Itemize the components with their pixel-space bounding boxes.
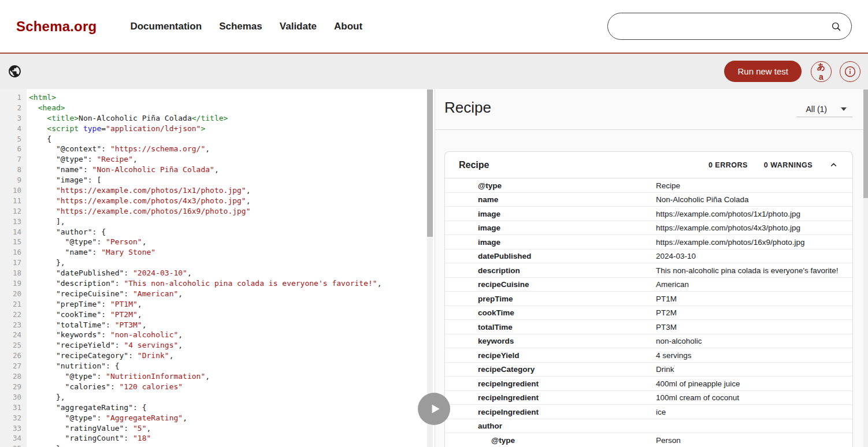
property-name: datePublished — [478, 252, 531, 260]
code-line[interactable]: 29 "calories": "120 calories" — [0, 382, 382, 392]
property-value: American — [656, 280, 689, 289]
code-line[interactable]: 35 } — [0, 444, 382, 447]
translate-button[interactable]: あa — [811, 61, 832, 82]
code-text: "description": "This non-alcoholic pina … — [21, 278, 382, 289]
code-line[interactable]: 23 "totalTime": "PT3M", — [0, 320, 382, 330]
code-line[interactable]: 8 "name": "Non-Alcoholic Piña Colada", — [0, 165, 382, 175]
code-line[interactable]: 4 <script type="application/ld+json"> — [0, 124, 382, 134]
code-line[interactable]: 3 <title>Non-Alcoholic Piña Colada</titl… — [0, 113, 382, 124]
code-line[interactable]: 20 "recipeCuisine": "American", — [0, 289, 382, 299]
results-title: Recipe — [444, 99, 491, 117]
property-row[interactable]: recipeIngredientice — [445, 405, 852, 419]
code-line[interactable]: 27 "nutrition": { — [0, 361, 382, 371]
code-line[interactable]: 28 "@type": "NutritionInformation", — [0, 371, 382, 382]
code-text: "@type": "NutritionInformation", — [21, 371, 210, 382]
property-row[interactable]: nameNon-Alcoholic Piña Colada — [445, 193, 852, 207]
property-name: name — [478, 195, 498, 204]
property-row[interactable]: datePublished2024-03-10 — [445, 249, 852, 264]
nav-item-documentation[interactable]: Documentation — [130, 21, 202, 32]
editor-scrollbar-thumb[interactable] — [427, 90, 433, 237]
results-scrollbar[interactable] — [863, 89, 868, 447]
property-value: Non-Alcoholic Piña Colada — [656, 195, 749, 204]
code-line[interactable]: 15 "@type": "Person", — [0, 237, 382, 247]
info-button[interactable] — [840, 61, 860, 82]
property-name: @type — [491, 435, 515, 444]
code-line[interactable]: 21 "prepTime": "PT1M", — [0, 299, 382, 310]
search-input[interactable] — [608, 13, 830, 39]
property-row[interactable]: @typeRecipe — [445, 178, 852, 193]
property-row[interactable]: author — [445, 419, 852, 434]
property-name: @type — [478, 181, 502, 189]
code-line[interactable]: 33 "ratingValue": "5", — [0, 423, 382, 434]
code-line[interactable]: 34 "ratingCount": "18" — [0, 433, 382, 444]
search-icon[interactable] — [830, 21, 842, 32]
property-row[interactable]: imagehttps://example.com/photos/1x1/phot… — [445, 207, 852, 221]
code-line[interactable]: 13 ], — [0, 217, 382, 227]
code-line[interactable]: 10 "https://example.com/photos/1x1/photo… — [0, 185, 382, 196]
property-row[interactable]: totalTimePT3M — [445, 320, 852, 334]
code-line[interactable]: 25 "recipeYield": "4 servings", — [0, 340, 382, 351]
nav-item-about[interactable]: About — [334, 21, 362, 32]
property-row[interactable]: descriptionThis non-alcoholic pina colad… — [445, 263, 852, 278]
property-name: image — [478, 224, 500, 232]
property-row[interactable]: recipeCategoryDrink — [445, 363, 852, 377]
code-line[interactable]: 16 "name": "Mary Stone" — [0, 247, 382, 258]
property-row[interactable]: recipeYield4 servings — [445, 348, 852, 363]
results-pane: Recipe All (1) Recipe 0 ERRORS 0 WARNING… — [435, 89, 868, 447]
code-line[interactable]: 18 "datePublished": "2024-03-10", — [0, 268, 382, 278]
property-row[interactable]: @typePerson — [445, 433, 852, 447]
code-text: "https://example.com/photos/4x3/photo.jp… — [21, 196, 251, 206]
code-line[interactable]: 1<html> — [0, 92, 382, 103]
code-line[interactable]: 9 "image": [ — [0, 175, 382, 185]
nav-item-schemas[interactable]: Schemas — [219, 21, 262, 32]
run-new-test-button[interactable]: Run new test — [724, 61, 802, 82]
property-name: recipeIngredient — [478, 379, 539, 388]
code-line[interactable]: 26 "recipeCategory": "Drink", — [0, 351, 382, 361]
code-text: "datePublished": "2024-03-10", — [21, 268, 192, 278]
property-row[interactable]: prepTimePT1M — [445, 292, 852, 306]
property-value: PT2M — [656, 308, 677, 317]
code-line[interactable]: 14 "author": { — [0, 227, 382, 237]
line-number: 9 — [0, 175, 21, 185]
line-number: 1 — [0, 92, 21, 103]
code-line[interactable]: 12 "https://example.com/photos/16x9/phot… — [0, 206, 382, 217]
property-row[interactable]: cookTimePT2M — [445, 306, 852, 321]
play-button[interactable] — [418, 393, 450, 425]
code-line[interactable]: 32 "@type": "AggregateRating", — [0, 413, 382, 423]
property-row[interactable]: recipeIngredient400ml of pineapple juice — [445, 377, 852, 391]
line-number: 13 — [0, 217, 21, 227]
line-number: 18 — [0, 268, 21, 278]
code-text: "calories": "120 calories" — [21, 382, 183, 392]
info-icon — [844, 65, 856, 78]
code-line[interactable]: 17 }, — [0, 258, 382, 268]
code-line[interactable]: 30 }, — [0, 392, 382, 403]
line-number: 24 — [0, 330, 21, 340]
property-row[interactable]: imagehttps://example.com/photos/4x3/phot… — [445, 221, 852, 236]
property-name: image — [478, 237, 500, 246]
nav-item-validate[interactable]: Validate — [280, 21, 317, 32]
results-scrollbar-thumb[interactable] — [863, 90, 868, 198]
code-line[interactable]: 31 "aggregateRating": { — [0, 403, 382, 413]
property-row[interactable]: recipeIngredient100ml cream of coconut — [445, 391, 852, 405]
code-editor[interactable]: 1<html>2 <head>3 <title>Non-Alcoholic Pi… — [0, 89, 435, 447]
code-line[interactable]: 11 "https://example.com/photos/4x3/photo… — [0, 196, 382, 206]
code-line[interactable]: 24 "keywords": "non-alcoholic", — [0, 330, 382, 340]
code-line[interactable]: 5 { — [0, 134, 382, 144]
code-line[interactable]: 19 "description": "This non-alcoholic pi… — [0, 278, 382, 289]
filter-dropdown[interactable]: All (1) — [796, 101, 852, 117]
property-row[interactable]: imagehttps://example.com/photos/16x9/pho… — [445, 235, 852, 249]
chevron-up-icon[interactable] — [829, 160, 839, 170]
code-line[interactable]: 22 "cookTime": "PT2M", — [0, 310, 382, 320]
card-header[interactable]: Recipe 0 ERRORS 0 WARNINGS — [445, 152, 852, 178]
line-number: 21 — [0, 299, 21, 310]
code-line[interactable]: 7 "@type": "Recipe", — [0, 154, 382, 165]
line-number: 32 — [0, 413, 21, 423]
line-number: 19 — [0, 278, 21, 289]
schema-org-logo[interactable]: Schema.org — [16, 18, 97, 35]
warnings-count: 0 WARNINGS — [764, 161, 813, 169]
property-value: PT1M — [656, 294, 677, 303]
code-line[interactable]: 2 <head> — [0, 103, 382, 113]
code-line[interactable]: 6 "@context": "https://schema.org/", — [0, 144, 382, 154]
property-row[interactable]: keywordsnon-alcoholic — [445, 334, 852, 349]
property-row[interactable]: recipeCuisineAmerican — [445, 278, 852, 292]
